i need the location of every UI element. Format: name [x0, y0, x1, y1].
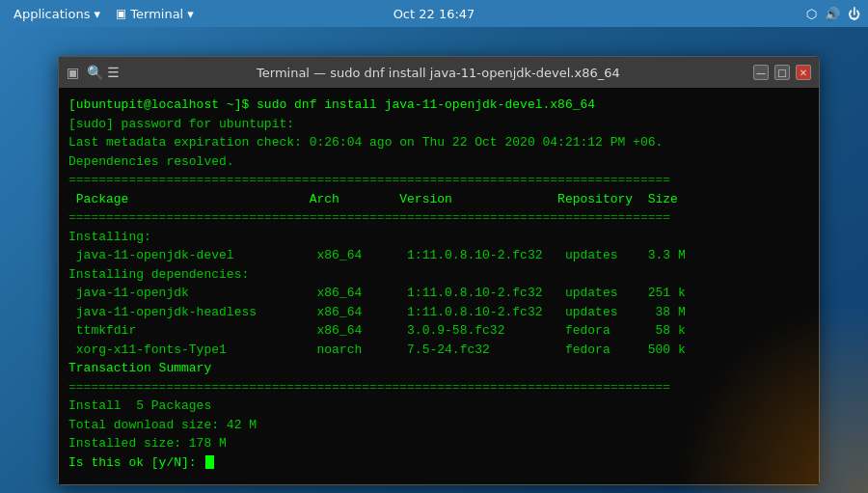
- terminal-line: Total download size: 42 M: [68, 416, 809, 435]
- applications-arrow: ▾: [94, 7, 100, 21]
- applications-label: Applications: [14, 7, 90, 21]
- terminal-taskbar-arrow: ▾: [187, 7, 194, 21]
- terminal-line: Package Arch Version Repository Size: [68, 190, 809, 209]
- terminal-line: Install 5 Packages: [68, 397, 809, 416]
- terminal-content: [ubuntupit@localhost ~]$ sudo dnf instal…: [59, 88, 819, 484]
- terminal-line: Dependencies resolved.: [68, 152, 809, 172]
- title-bar: ▣ 🔍 ☰ Terminal — sudo dnf install java-1…: [59, 57, 819, 88]
- volume-icon[interactable]: 🔊: [825, 7, 840, 21]
- search-icon[interactable]: 🔍: [87, 65, 103, 80]
- taskbar-datetime: Oct 22 16:47: [393, 7, 475, 21]
- terminal-line: [sudo] password for ubuntupit:: [68, 115, 809, 134]
- terminal-line: Is this ok [y/N]:: [68, 453, 809, 473]
- network-icon[interactable]: ⬡: [806, 7, 817, 21]
- window-controls: — □ ✕: [753, 65, 811, 80]
- terminal-line: Installing dependencies:: [68, 265, 809, 285]
- terminal-line: ========================================…: [68, 171, 809, 190]
- window-icon: ▣: [67, 65, 79, 80]
- terminal-line: ========================================…: [68, 208, 809, 228]
- terminal-cursor: [205, 455, 214, 469]
- terminal-line: Installed size: 178 M: [68, 434, 809, 453]
- terminal-line: java-11-openjdk-devel x86_64 1:11.0.8.10…: [68, 246, 809, 265]
- terminal-line: [ubuntupit@localhost ~]$ sudo dnf instal…: [68, 96, 809, 115]
- applications-menu[interactable]: Applications ▾: [8, 5, 106, 23]
- taskbar-right: ⬡ 🔊 ⏻: [806, 7, 860, 21]
- terminal-taskbar-label: Terminal: [130, 7, 183, 21]
- window-title: Terminal — sudo dnf install java-11-open…: [123, 66, 753, 80]
- terminal-line: java-11-openjdk x86_64 1:11.0.8.10-2.fc3…: [68, 284, 809, 303]
- terminal-line: java-11-openjdk-headless x86_64 1:11.0.8…: [68, 303, 809, 322]
- menu-icon[interactable]: ☰: [107, 65, 120, 80]
- terminal-line: Transaction Summary: [68, 359, 809, 378]
- power-icon[interactable]: ⏻: [848, 7, 860, 21]
- maximize-button[interactable]: □: [774, 65, 790, 80]
- terminal-line: Last metadata expiration check: 0:26:04 …: [68, 133, 809, 152]
- terminal-taskbar-item[interactable]: ▣ Terminal ▾: [110, 5, 200, 23]
- minimize-button[interactable]: —: [753, 65, 769, 80]
- terminal-line: Installing:: [68, 228, 809, 247]
- terminal-line: ========================================…: [68, 378, 809, 397]
- terminal-line: ttmkfdir x86_64 3.0.9-58.fc32 fedora 58 …: [68, 321, 809, 341]
- taskbar: Applications ▾ ▣ Terminal ▾ Oct 22 16:47…: [0, 0, 868, 27]
- terminal-line: xorg-x11-fonts-Type1 noarch 7.5-24.fc32 …: [68, 341, 809, 360]
- terminal-window: ▣ 🔍 ☰ Terminal — sudo dnf install java-1…: [58, 56, 820, 485]
- terminal-taskbar-icon: ▣: [116, 7, 126, 20]
- desktop: ▣ 🔍 ☰ Terminal — sudo dnf install java-1…: [0, 27, 868, 493]
- close-button[interactable]: ✕: [796, 65, 811, 80]
- taskbar-left: Applications ▾ ▣ Terminal ▾: [8, 5, 200, 23]
